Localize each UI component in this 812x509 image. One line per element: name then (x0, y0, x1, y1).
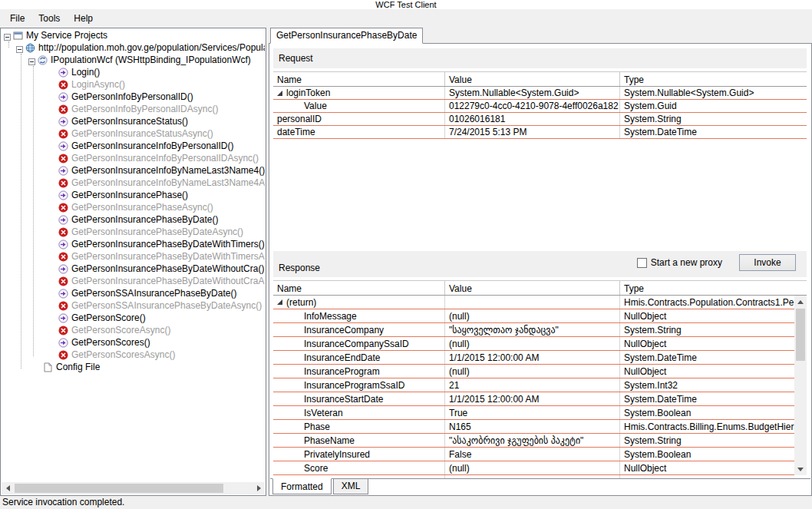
response-cell-value[interactable]: (null) (445, 365, 620, 378)
webmethod-icon (58, 338, 68, 348)
tree-item-method[interactable]: GetPersonInsuranceInfoByPersonalIDAsync(… (2, 152, 265, 164)
response-cell-value[interactable]: 1/1/2015 12:00:00 AM (445, 351, 620, 364)
tree-item-method[interactable]: GetPersonSSAInsurancePhaseByDateAsync() (2, 299, 265, 312)
tree-item-method[interactable]: Login() (2, 66, 265, 78)
menu-tools[interactable]: Tools (31, 11, 67, 26)
request-cell-value[interactable]: System.Nullable<System.Guid> (445, 87, 620, 99)
globe-icon (25, 43, 35, 53)
tree-item-method[interactable]: GetPersonScoreAsync() (2, 324, 265, 336)
tree-item-method[interactable]: GetPersonInsurancePhaseByDate() (2, 213, 265, 226)
menu-bar: File Tools Help (0, 9, 812, 27)
expanded-row-icon[interactable] (277, 91, 282, 96)
tree-item-config-file[interactable]: Config File (2, 361, 265, 373)
response-cell-value[interactable]: False (445, 448, 620, 461)
scroll-left-button[interactable] (2, 482, 14, 494)
scroll-up-button[interactable] (794, 296, 807, 308)
tree-item-method[interactable]: GetPersonInsurancePhase() (2, 189, 265, 201)
tree-item-label: GetPersonInsuranceStatus() (68, 116, 188, 127)
webmethod-icon (58, 92, 68, 102)
column-header-type[interactable]: Type (620, 72, 807, 86)
tree-item-my-service-projects[interactable]: My Service Projects (2, 29, 265, 41)
tree-item-method[interactable]: GetPersonInsuranceInfoByPersonalID() (2, 140, 265, 152)
response-row[interactable]: InsuranceEndDate1/1/2015 12:00:00 AMSyst… (273, 351, 807, 365)
response-row[interactable]: InsuranceCompany"საყოველთაო ჯანდაცვა"Sys… (273, 323, 807, 337)
tab-xml[interactable]: XML (333, 479, 369, 494)
response-cell-value[interactable]: N165 (445, 420, 620, 433)
column-header-value[interactable]: Value (445, 281, 620, 295)
arrow-right-icon (257, 485, 261, 491)
response-vertical-scrollbar[interactable] (794, 296, 807, 475)
tree-item-ipopulationwcf[interactable]: IPopulationWcf (WSHttpBinding_IPopulatio… (2, 54, 265, 66)
tree-horizontal-scrollbar[interactable] (2, 482, 265, 494)
tree-item-method[interactable]: GetPersonInsuranceInfoByNameLast3Name4As… (2, 177, 265, 189)
column-header-name[interactable]: Name (273, 281, 445, 295)
error-icon (58, 350, 68, 360)
response-cell-value[interactable]: (null) (445, 337, 620, 350)
request-row[interactable]: Value012279c0-4cc0-4210-9078-4eff0026a18… (273, 100, 807, 113)
tree-item-method[interactable]: GetPersonInsurancePhaseByDateWithTimers(… (2, 238, 265, 250)
menu-file[interactable]: File (3, 11, 31, 26)
tree-item-method[interactable]: GetPersonInsuranceStatus() (2, 115, 265, 127)
tree-item-method[interactable]: LoginAsync() (2, 78, 265, 91)
request-row[interactable]: dateTime7/24/2015 5:13 PMSystem.DateTime (273, 126, 807, 139)
response-cell-value[interactable] (445, 296, 620, 309)
tree-item-method[interactable]: GetPersonInsuranceStatusAsync() (2, 127, 265, 140)
tree-item-method[interactable]: GetPersonInsurancePhaseAsync() (2, 201, 265, 213)
request-cell-value[interactable]: 01026016181 (445, 113, 620, 125)
tree-item-method[interactable]: GetPersonInfoByPersonalIDAsync() (2, 103, 265, 115)
service-tree-panel: My Service Projects http://population.mo… (0, 28, 266, 496)
collapse-box-icon[interactable] (28, 57, 35, 64)
scroll-down-button[interactable] (794, 463, 807, 475)
tree-item-method[interactable]: GetPersonScore() (2, 312, 265, 324)
response-cell-value[interactable]: 21 (445, 378, 620, 392)
tree-item-method[interactable]: GetPersonScores() (2, 336, 265, 349)
cell-text: Score (304, 463, 328, 474)
tree-item-method[interactable]: GetPersonInsurancePhaseByDateWithoutCra(… (2, 263, 265, 275)
tab-getpersoninsurancephasebydate[interactable]: GetPersonInsurancePhaseByDate (270, 28, 423, 44)
request-cell-value[interactable]: 012279c0-4cc0-4210-9078-4eff0026a182 (445, 100, 620, 112)
response-cell-value[interactable]: (null) (445, 461, 620, 474)
response-row[interactable]: InfoMessage(null)NullObject (273, 309, 807, 323)
error-icon (58, 80, 68, 90)
response-row[interactable]: IsVeteranTrueSystem.Boolean (273, 406, 807, 420)
response-row[interactable]: Score(null)NullObject (273, 461, 807, 475)
request-cell-value[interactable]: 7/24/2015 5:13 PM (445, 126, 620, 138)
response-row[interactable]: (return)Hmis.Contracts.Population.Contra… (273, 296, 807, 309)
response-cell-value[interactable]: 1/1/2015 12:00:00 AM (445, 392, 620, 405)
response-row[interactable]: PhaseName"ასაკობრივი ჯგუფების პაკეტი"Sys… (273, 434, 807, 448)
scrollbar-thumb[interactable] (796, 309, 805, 361)
request-row[interactable]: personalID01026016181System.String (273, 113, 807, 126)
tree-item-method[interactable]: GetPersonInsurancePhaseByDateAsync() (2, 226, 265, 238)
cell-text: InsuranceCompany (304, 325, 384, 335)
response-row[interactable]: PrivatelyInsuredFalseSystem.Boolean (273, 448, 807, 461)
collapse-box-icon[interactable] (4, 32, 11, 39)
tree-item-endpoint[interactable]: http://population.moh.gov.ge/population/… (2, 41, 265, 54)
response-cell-value[interactable]: "ასაკობრივი ჯგუფების პაკეტი" (445, 434, 620, 447)
response-row[interactable]: PhaseN165Hmis.Contracts.Billing.Enums.Bu… (273, 420, 807, 434)
response-cell-value[interactable]: (null) (445, 309, 620, 322)
response-cell-value[interactable]: "საყოველთაო ჯანდაცვა" (445, 323, 620, 336)
scrollbar-thumb[interactable] (15, 484, 223, 493)
start-new-proxy-checkbox[interactable] (637, 258, 647, 268)
response-row[interactable]: InsuranceCompanySsaID(null)NullObject (273, 337, 807, 351)
response-row[interactable]: InsuranceProgramSsaID21System.Int32 (273, 378, 807, 392)
tree-item-method[interactable]: GetPersonInfoByPersonalID() (2, 91, 265, 103)
response-cell-value[interactable]: True (445, 406, 620, 419)
column-header-name[interactable]: Name (273, 72, 445, 86)
invoke-button[interactable]: Invoke (739, 254, 796, 271)
tree-item-method[interactable]: GetPersonInsuranceInfoByNameLast3Name4() (2, 164, 265, 177)
request-row[interactable]: loginTokenSystem.Nullable<System.Guid>Sy… (273, 87, 807, 100)
tab-formatted[interactable]: Formatted (272, 478, 332, 494)
menu-help[interactable]: Help (67, 11, 100, 26)
tree-item-method[interactable]: GetPersonInsurancePhaseByDateWithTimersA… (2, 250, 265, 263)
response-row[interactable]: InsuranceProgram(null)NullObject (273, 365, 807, 378)
collapse-box-icon[interactable] (16, 45, 23, 51)
tree-item-method[interactable]: GetPersonInsurancePhaseByDateWithoutCraA… (2, 275, 265, 287)
response-row[interactable]: InsuranceStartDate1/1/2015 12:00:00 AMSy… (273, 392, 807, 406)
tree-item-method[interactable]: GetPersonScoresAsync() (2, 349, 265, 361)
column-header-value[interactable]: Value (445, 72, 620, 86)
column-header-type[interactable]: Type (620, 281, 807, 295)
scroll-right-button[interactable] (253, 482, 265, 494)
expanded-row-icon[interactable] (277, 299, 282, 305)
tree-item-method[interactable]: GetPersonSSAInsurancePhaseByDate() (2, 287, 265, 299)
